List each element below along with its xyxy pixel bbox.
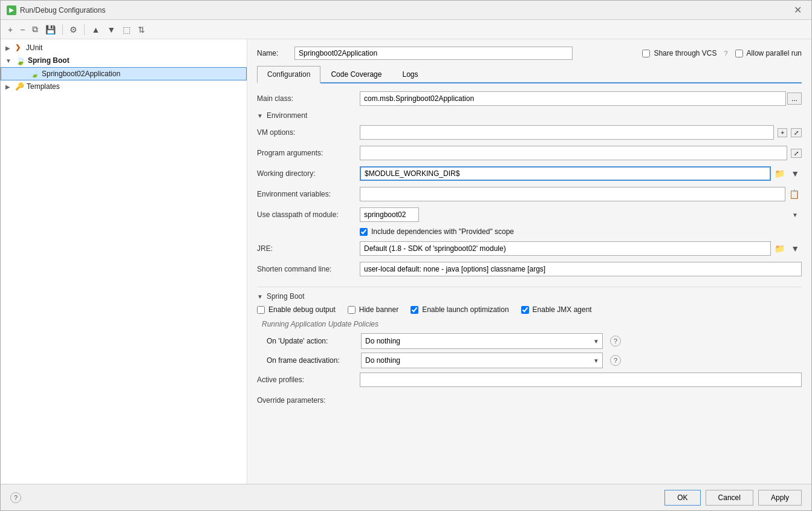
- add-config-button[interactable]: +: [5, 24, 15, 36]
- vm-options-field: + ⤢: [360, 125, 802, 140]
- program-args-field: ⤢: [360, 146, 802, 160]
- on-frame-row: On frame deactivation: Do nothing ▼ ?: [257, 353, 802, 368]
- spring-boot-section-header[interactable]: ▼ Spring Boot: [257, 292, 802, 301]
- templates-icon: 🔑: [15, 82, 24, 91]
- launch-opt-checkbox-label[interactable]: Enable launch optimization: [411, 305, 508, 314]
- toolbar: + − ⧉ 💾 ⚙ ▲ ▼ ⬚ ⇅: [1, 20, 811, 39]
- jre-select[interactable]: Default (1.8 - SDK of 'springboot02' mod…: [360, 241, 771, 256]
- main-class-row: Main class: ...: [257, 91, 802, 106]
- shorten-row: Shorten command line: user-local default…: [257, 261, 802, 277]
- tab-logs[interactable]: Logs: [392, 66, 428, 82]
- spring-boot-section: ▼ Spring Boot Enable debug output Hide b…: [257, 287, 802, 413]
- tab-configuration[interactable]: Configuration: [257, 66, 320, 83]
- settings-button[interactable]: ⚙: [67, 24, 80, 36]
- jre-dropdown-button[interactable]: ▼: [788, 242, 802, 255]
- vm-options-fullscreen-button[interactable]: ⤢: [791, 128, 802, 137]
- jmx-agent-checkbox[interactable]: [521, 306, 529, 314]
- parallel-run-checkbox[interactable]: [735, 50, 743, 57]
- move-up-button[interactable]: ▲: [89, 24, 102, 36]
- name-label: Name:: [257, 49, 287, 57]
- name-input[interactable]: [294, 47, 573, 60]
- title-bar: ▶ Run/Debug Configurations ✕: [1, 1, 811, 20]
- on-update-row: On 'Update' action: Do nothing ▼ ?: [257, 333, 802, 349]
- classpath-select[interactable]: springboot02: [360, 207, 419, 222]
- tree-item-spring-boot[interactable]: ▼ 🍃 Spring Boot: [1, 54, 247, 67]
- vm-options-expand-button[interactable]: +: [778, 128, 787, 137]
- title-bar-left: ▶ Run/Debug Configurations: [7, 5, 105, 15]
- tree-item-app[interactable]: 🍃 Springboot02Application: [1, 67, 247, 80]
- spring-boot-section-arrow: ▼: [257, 293, 263, 300]
- junit-expand-arrow: ▶: [5, 45, 13, 51]
- hide-banner-checkbox[interactable]: [348, 306, 356, 314]
- main-class-label: Main class:: [257, 94, 360, 103]
- move-down-button[interactable]: ▼: [105, 24, 118, 36]
- share-vcs-help: ?: [724, 50, 727, 57]
- right-panel: Name: Share through VCS ? Allow parallel…: [247, 39, 811, 484]
- classpath-label: Use classpath of module:: [257, 210, 360, 219]
- share-vcs-checkbox[interactable]: [642, 50, 650, 57]
- tree-item-templates[interactable]: ▶ 🔑 Templates: [1, 80, 247, 93]
- spring-boot-section-title: Spring Boot: [267, 292, 305, 301]
- share-vcs-label[interactable]: Share through VCS: [642, 49, 716, 57]
- launch-opt-label: Enable launch optimization: [422, 305, 508, 314]
- tree-item-junit[interactable]: ▶ ❯ JUnit: [1, 42, 247, 54]
- jre-browse-button[interactable]: 📁: [772, 242, 787, 255]
- parallel-run-label[interactable]: Allow parallel run: [735, 49, 802, 57]
- dialog-title: Run/Debug Configurations: [20, 6, 105, 15]
- working-dir-label: Working directory:: [257, 169, 360, 178]
- save-config-button[interactable]: 💾: [43, 24, 58, 36]
- working-dir-dropdown-button[interactable]: ▼: [788, 168, 802, 180]
- classpath-field: springboot02 ▼: [360, 207, 802, 222]
- close-button[interactable]: ✕: [790, 3, 805, 17]
- program-args-expand-button[interactable]: ⤢: [791, 149, 802, 158]
- env-vars-edit-button[interactable]: 📋: [787, 188, 802, 200]
- main-class-browse-button[interactable]: ...: [787, 93, 802, 105]
- remove-config-button[interactable]: −: [18, 24, 27, 36]
- vm-options-input[interactable]: [360, 125, 774, 140]
- left-panel: ▶ ❯ JUnit ▼ 🍃 Spring Boot 🍃 Springboot02…: [1, 39, 247, 484]
- program-args-input[interactable]: [360, 146, 787, 160]
- junit-icon: ❯: [15, 44, 24, 52]
- include-deps-checkbox[interactable]: [360, 228, 368, 236]
- active-profiles-input[interactable]: [360, 373, 802, 387]
- shorten-select[interactable]: user-local default: none - java [options…: [360, 262, 802, 276]
- tab-code-coverage[interactable]: Code Coverage: [320, 66, 392, 82]
- launch-opt-checkbox[interactable]: [411, 306, 418, 314]
- toolbar-separator-1: [62, 24, 63, 35]
- on-update-select[interactable]: Do nothing: [361, 333, 603, 349]
- copy-config-button[interactable]: ⧉: [30, 23, 41, 36]
- on-frame-help-icon[interactable]: ?: [610, 355, 621, 366]
- env-vars-input[interactable]: [360, 187, 785, 201]
- global-help-icon[interactable]: ?: [10, 492, 21, 503]
- apply-button[interactable]: Apply: [758, 490, 802, 506]
- working-dir-input[interactable]: [360, 166, 771, 181]
- vm-options-label: VM options:: [257, 128, 360, 137]
- debug-output-checkbox[interactable]: [257, 306, 265, 314]
- classpath-row: Use classpath of module: springboot02 ▼: [257, 207, 802, 223]
- hide-banner-checkbox-label[interactable]: Hide banner: [348, 305, 398, 314]
- on-frame-label: On frame deactivation:: [257, 356, 354, 365]
- main-class-input[interactable]: [360, 91, 786, 106]
- active-profiles-label: Active profiles:: [257, 376, 360, 384]
- environment-section-header[interactable]: ▼ Environment: [257, 111, 802, 120]
- on-update-label: On 'Update' action:: [257, 337, 354, 345]
- on-frame-select[interactable]: Do nothing: [361, 353, 603, 368]
- shorten-label: Shorten command line:: [257, 265, 360, 273]
- environment-section-title: Environment: [267, 111, 307, 120]
- jmx-agent-checkbox-label[interactable]: Enable JMX agent: [521, 305, 592, 314]
- spring-boot-icon: 🍃: [15, 56, 25, 65]
- move-button[interactable]: ⬚: [120, 24, 133, 36]
- run-debug-dialog: ▶ Run/Debug Configurations ✕ + − ⧉ 💾 ⚙ ▲…: [0, 0, 812, 511]
- sort-button[interactable]: ⇅: [135, 24, 148, 36]
- debug-output-checkbox-label[interactable]: Enable debug output: [257, 305, 336, 314]
- bottom-left: ?: [10, 492, 21, 503]
- on-frame-dropdown-wrapper: Do nothing ▼: [361, 353, 603, 368]
- on-update-help-icon[interactable]: ?: [610, 336, 621, 347]
- jre-field: Default (1.8 - SDK of 'springboot02' mod…: [360, 241, 802, 256]
- cancel-button[interactable]: Cancel: [706, 490, 753, 506]
- active-profiles-row: Active profiles:: [257, 372, 802, 388]
- junit-label: JUnit: [26, 44, 42, 52]
- working-dir-browse-button[interactable]: 📁: [772, 168, 787, 180]
- ok-button[interactable]: OK: [664, 490, 700, 506]
- env-vars-field: 📋: [360, 187, 802, 201]
